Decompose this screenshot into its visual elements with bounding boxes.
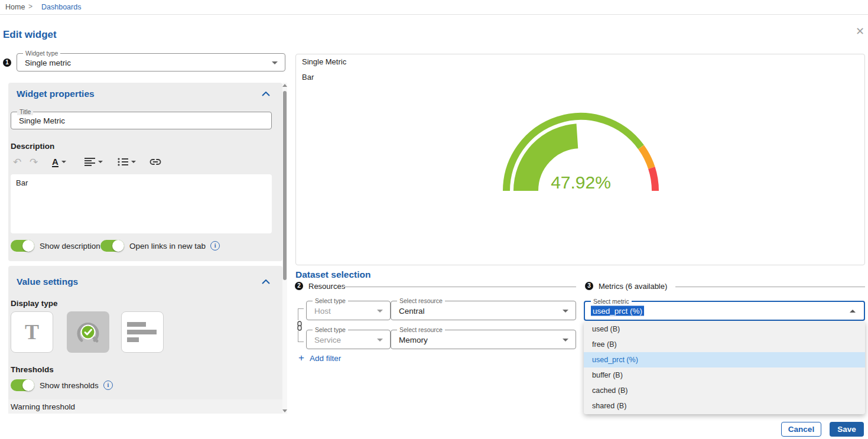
gauge-value: 47.92% [551, 173, 611, 192]
resource-select-1[interactable]: Select resource Central [391, 301, 576, 320]
text-color-button[interactable]: A [52, 155, 66, 169]
resource-value-1: Central [399, 306, 425, 315]
widget-type-select[interactable]: Widget type Single metric [17, 53, 285, 71]
description-label: Description [11, 142, 54, 151]
bar-display-icon [127, 319, 158, 345]
info-icon[interactable]: i [103, 381, 113, 390]
resource-type-select-1[interactable]: Select type Host [306, 301, 391, 320]
metric-select-value: used_prct (%) [591, 306, 644, 316]
metric-option[interactable]: buffer (B) [584, 368, 865, 383]
chevron-down-icon [272, 61, 278, 64]
open-links-row: Open links in new tab i [100, 240, 220, 252]
title-field[interactable]: Title Single Metric [11, 112, 272, 129]
resource-type-select-2[interactable]: Select type Service [306, 330, 391, 349]
preview-title: Single Metric [302, 57, 346, 66]
metric-option[interactable]: cached (B) [584, 383, 865, 398]
step-badge-2: 2 [295, 282, 303, 290]
align-left-icon [84, 157, 95, 167]
description-toolbar: ↶ ↷ A [8, 155, 268, 169]
show-thresholds-toggle[interactable] [11, 379, 34, 391]
scroll-up-icon[interactable] [282, 84, 287, 87]
chevron-up-icon [850, 310, 856, 313]
collapse-chevron-icon[interactable] [262, 92, 270, 96]
title-field-label: Title [17, 108, 33, 115]
link-icon [149, 157, 162, 167]
breadcrumb-dashboards-link[interactable]: Dashboards [41, 3, 81, 11]
resources-label: Resources [308, 282, 345, 291]
step-badge-1: 1 [3, 58, 11, 67]
open-links-toggle[interactable] [100, 240, 124, 252]
value-settings-heading: Value settings [17, 277, 78, 287]
step-badge-3: 3 [585, 282, 593, 290]
breadcrumb: Home > Dashboards [0, 0, 868, 15]
align-button[interactable] [84, 155, 103, 169]
chevron-right-icon: > [28, 2, 32, 11]
page-title: Edit widget [3, 29, 57, 41]
show-thresholds-label: Show thresholds [40, 381, 99, 390]
scrollbar[interactable] [282, 83, 287, 414]
dataset-selection-heading: Dataset selection [295, 269, 371, 280]
chevron-down-icon [563, 339, 568, 342]
widget-properties-heading: Widget properties [17, 89, 95, 99]
text-color-icon: A [52, 157, 58, 167]
info-icon[interactable]: i [210, 241, 220, 251]
metric-option[interactable]: shared (B) [584, 398, 865, 414]
metric-option[interactable]: used (B) [584, 321, 865, 337]
select-type-label: Select type [313, 297, 348, 304]
resource-value-2: Memory [399, 335, 428, 344]
resources-rule [343, 287, 576, 287]
select-type-label: Select type [313, 326, 348, 333]
left-settings-panel: Widget properties Title Single Metric De… [8, 83, 287, 414]
thresholds-label: Thresholds [11, 365, 54, 374]
link-button[interactable] [149, 155, 162, 169]
resource-type-value-2: Service [314, 335, 341, 344]
display-type-gauge-button[interactable] [67, 311, 109, 353]
redo-button[interactable]: ↷ [30, 155, 38, 169]
gauge-chart: 47.92% [486, 108, 675, 203]
open-links-label: Open links in new tab [129, 242, 206, 251]
metric-option[interactable]: free (B) [584, 337, 865, 352]
display-type-bar-button[interactable] [121, 311, 164, 353]
widget-type-value: Single metric [25, 58, 71, 67]
undo-icon: ↶ [13, 156, 21, 168]
collapse-chevron-icon[interactable] [262, 279, 270, 284]
resource-select-2[interactable]: Select resource Memory [391, 330, 576, 349]
display-type-text-button[interactable]: T [11, 311, 53, 353]
show-description-toggle[interactable] [11, 240, 34, 252]
resource-type-value-1: Host [314, 306, 331, 315]
select-resource-label: Select resource [397, 297, 445, 304]
show-thresholds-row: Show thresholds i [11, 379, 113, 391]
scroll-down-icon[interactable] [282, 409, 287, 412]
bullet-list-icon [118, 157, 128, 167]
preview-description: Bar [302, 73, 314, 82]
close-icon[interactable]: ✕ [856, 25, 864, 38]
description-editor[interactable]: Bar [11, 174, 272, 233]
chevron-down-icon [61, 161, 66, 163]
undo-button[interactable]: ↶ [13, 155, 21, 169]
title-field-value: Single Metric [19, 116, 65, 125]
resource-link-bracket [298, 308, 298, 320]
add-filter-button[interactable]: + Add filter [298, 352, 341, 364]
widget-properties-section: Widget properties Title Single Metric De… [8, 83, 282, 261]
metrics-rule [675, 287, 865, 287]
metric-select-input[interactable]: Select metric used_prct (%) [584, 301, 865, 321]
chevron-down-icon [563, 310, 568, 313]
warning-threshold-label: Warning threshold [11, 402, 75, 411]
warning-threshold-row: Warning threshold [8, 399, 282, 414]
redo-icon: ↷ [30, 156, 38, 168]
cancel-button[interactable]: Cancel [781, 422, 821, 437]
resource-link-bracket [298, 308, 304, 309]
widget-type-label: Widget type [23, 50, 60, 57]
chevron-down-icon [377, 310, 383, 313]
breadcrumb-home-link[interactable]: Home [5, 3, 25, 11]
metric-option-selected[interactable]: used_prct (%) [584, 352, 865, 368]
save-button[interactable]: Save [830, 422, 864, 437]
add-filter-label: Add filter [310, 354, 341, 363]
widget-preview-card: Single Metric Bar 47.92% [295, 54, 865, 265]
link-resources-icon[interactable] [296, 321, 303, 331]
scrollbar-thumb[interactable] [283, 91, 287, 280]
metrics-label: Metrics (6 available) [599, 282, 667, 291]
chevron-down-icon [98, 161, 103, 163]
resource-link-bracket [298, 331, 298, 342]
list-button[interactable] [118, 155, 136, 169]
